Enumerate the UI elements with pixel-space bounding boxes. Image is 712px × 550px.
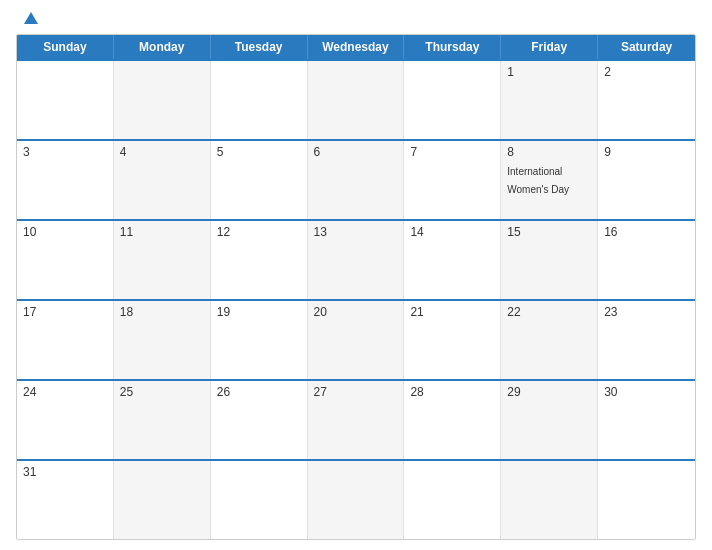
calendar-day-cell: 15 (501, 221, 598, 299)
weekday-header: Friday (501, 35, 598, 59)
calendar-week: 17181920212223 (17, 299, 695, 379)
calendar-day-cell: 18 (114, 301, 211, 379)
calendar-day-cell: 11 (114, 221, 211, 299)
calendar-day-cell (598, 461, 695, 539)
weekday-header: Thursday (404, 35, 501, 59)
day-number: 6 (314, 145, 398, 159)
calendar-day-cell: 3 (17, 141, 114, 219)
calendar-day-cell: 12 (211, 221, 308, 299)
calendar-day-cell: 9 (598, 141, 695, 219)
day-number: 29 (507, 385, 591, 399)
calendar-day-cell: 24 (17, 381, 114, 459)
calendar-day-cell (404, 61, 501, 139)
calendar-day-cell (114, 61, 211, 139)
calendar-week: 12 (17, 59, 695, 139)
calendar: SundayMondayTuesdayWednesdayThursdayFrid… (16, 34, 696, 540)
calendar-day-cell: 21 (404, 301, 501, 379)
day-number: 28 (410, 385, 494, 399)
day-number: 8 (507, 145, 591, 159)
calendar-day-cell: 26 (211, 381, 308, 459)
calendar-day-cell: 10 (17, 221, 114, 299)
day-number: 21 (410, 305, 494, 319)
calendar-day-cell (114, 461, 211, 539)
calendar-day-cell: 25 (114, 381, 211, 459)
calendar-day-cell: 2 (598, 61, 695, 139)
day-number: 25 (120, 385, 204, 399)
calendar-day-cell (308, 461, 405, 539)
day-number: 24 (23, 385, 107, 399)
calendar-day-cell: 31 (17, 461, 114, 539)
logo-icon (22, 10, 40, 28)
day-number: 26 (217, 385, 301, 399)
day-number: 14 (410, 225, 494, 239)
calendar-day-cell: 13 (308, 221, 405, 299)
calendar-week: 345678International Women's Day9 (17, 139, 695, 219)
day-number: 30 (604, 385, 689, 399)
calendar-day-cell (501, 461, 598, 539)
day-number: 11 (120, 225, 204, 239)
day-number: 31 (23, 465, 107, 479)
day-number: 3 (23, 145, 107, 159)
calendar-day-cell: 5 (211, 141, 308, 219)
day-number: 15 (507, 225, 591, 239)
page-header (16, 10, 696, 28)
day-number: 4 (120, 145, 204, 159)
calendar-header: SundayMondayTuesdayWednesdayThursdayFrid… (17, 35, 695, 59)
calendar-day-cell: 14 (404, 221, 501, 299)
day-number: 27 (314, 385, 398, 399)
day-number: 16 (604, 225, 689, 239)
calendar-day-cell: 30 (598, 381, 695, 459)
calendar-day-cell: 1 (501, 61, 598, 139)
calendar-day-cell: 27 (308, 381, 405, 459)
day-number: 1 (507, 65, 591, 79)
svg-marker-0 (24, 12, 38, 24)
calendar-body: 12345678International Women's Day9101112… (17, 59, 695, 539)
calendar-day-cell: 28 (404, 381, 501, 459)
calendar-day-cell: 22 (501, 301, 598, 379)
calendar-day-cell: 19 (211, 301, 308, 379)
logo (20, 10, 40, 28)
calendar-day-cell (211, 461, 308, 539)
weekday-header: Wednesday (308, 35, 405, 59)
calendar-day-cell: 6 (308, 141, 405, 219)
calendar-day-cell: 23 (598, 301, 695, 379)
day-number: 5 (217, 145, 301, 159)
day-event: International Women's Day (507, 166, 569, 195)
day-number: 2 (604, 65, 689, 79)
calendar-day-cell: 17 (17, 301, 114, 379)
day-number: 10 (23, 225, 107, 239)
calendar-day-cell: 8International Women's Day (501, 141, 598, 219)
calendar-week: 31 (17, 459, 695, 539)
calendar-week: 24252627282930 (17, 379, 695, 459)
day-number: 13 (314, 225, 398, 239)
calendar-day-cell: 7 (404, 141, 501, 219)
day-number: 18 (120, 305, 204, 319)
calendar-day-cell (17, 61, 114, 139)
day-number: 12 (217, 225, 301, 239)
calendar-page: SundayMondayTuesdayWednesdayThursdayFrid… (0, 0, 712, 550)
calendar-day-cell (404, 461, 501, 539)
weekday-header: Saturday (598, 35, 695, 59)
weekday-header: Monday (114, 35, 211, 59)
day-number: 17 (23, 305, 107, 319)
calendar-day-cell: 16 (598, 221, 695, 299)
weekday-header: Tuesday (211, 35, 308, 59)
calendar-day-cell (308, 61, 405, 139)
day-number: 7 (410, 145, 494, 159)
calendar-day-cell: 29 (501, 381, 598, 459)
calendar-day-cell (211, 61, 308, 139)
calendar-week: 10111213141516 (17, 219, 695, 299)
weekday-header: Sunday (17, 35, 114, 59)
day-number: 9 (604, 145, 689, 159)
day-number: 19 (217, 305, 301, 319)
calendar-day-cell: 4 (114, 141, 211, 219)
calendar-day-cell: 20 (308, 301, 405, 379)
day-number: 23 (604, 305, 689, 319)
day-number: 22 (507, 305, 591, 319)
day-number: 20 (314, 305, 398, 319)
